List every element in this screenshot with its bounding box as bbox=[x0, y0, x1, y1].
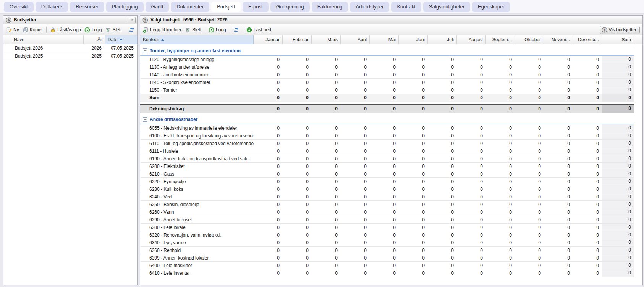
month-value-cell[interactable]: 0 bbox=[341, 64, 370, 70]
month-value-cell[interactable]: 0 bbox=[486, 164, 515, 169]
month-value-cell[interactable]: 0 bbox=[428, 133, 457, 139]
month-value-cell[interactable]: 0 bbox=[428, 141, 457, 146]
month-value-cell[interactable]: 0 bbox=[341, 164, 370, 169]
month-value-cell[interactable]: 0 bbox=[544, 187, 573, 192]
month-value-cell[interactable]: 0 bbox=[341, 95, 370, 100]
account-row[interactable]: 1145 - Skogbrukseiendommer0000000000000 bbox=[140, 79, 642, 86]
month-value-cell[interactable]: 0 bbox=[486, 141, 515, 146]
month-value-cell[interactable]: 0 bbox=[544, 210, 573, 215]
month-value-cell[interactable]: 0 bbox=[544, 232, 573, 238]
month-value-cell[interactable]: 0 bbox=[283, 64, 312, 70]
month-value-cell[interactable]: 0 bbox=[341, 156, 370, 161]
month-value-cell[interactable]: 0 bbox=[457, 248, 486, 253]
month-value-cell[interactable]: 0 bbox=[370, 72, 399, 77]
tab-godkjenning[interactable]: Godkjenning bbox=[270, 2, 310, 12]
column-header-februar[interactable]: Februar bbox=[283, 35, 312, 44]
month-value-cell[interactable]: 0 bbox=[515, 202, 544, 207]
month-value-cell[interactable]: 0 bbox=[573, 57, 602, 62]
month-value-cell[interactable]: 0 bbox=[457, 232, 486, 238]
month-value-cell[interactable]: 0 bbox=[544, 263, 573, 268]
month-value-cell[interactable]: 0 bbox=[399, 217, 428, 223]
month-value-cell[interactable]: 0 bbox=[486, 95, 515, 100]
month-value-cell[interactable]: 0 bbox=[283, 217, 312, 223]
month-value-cell[interactable]: 0 bbox=[486, 106, 515, 111]
month-value-cell[interactable]: 0 bbox=[312, 210, 341, 215]
column-header-januar[interactable]: Januar bbox=[254, 35, 283, 44]
month-value-cell[interactable]: 0 bbox=[312, 232, 341, 238]
month-value-cell[interactable]: 0 bbox=[399, 179, 428, 184]
tab-ressurser[interactable]: Ressurser bbox=[70, 2, 104, 12]
month-value-cell[interactable]: 0 bbox=[370, 80, 399, 85]
month-value-cell[interactable]: 0 bbox=[544, 126, 573, 131]
month-value-cell[interactable]: 0 bbox=[341, 187, 370, 192]
month-value-cell[interactable]: 0 bbox=[428, 271, 457, 276]
month-value-cell[interactable]: 0 bbox=[457, 164, 486, 169]
month-value-cell[interactable]: 0 bbox=[457, 171, 486, 177]
tab-kontrakt[interactable]: Kontrakt bbox=[391, 2, 421, 12]
download-button[interactable]: Last ned bbox=[246, 27, 271, 33]
month-value-cell[interactable]: 0 bbox=[254, 232, 283, 238]
month-value-cell[interactable]: 0 bbox=[544, 133, 573, 139]
month-value-cell[interactable]: 0 bbox=[312, 95, 341, 100]
month-value-cell[interactable]: 0 bbox=[544, 202, 573, 207]
month-value-cell[interactable]: 0 bbox=[486, 87, 515, 93]
month-value-cell[interactable]: 0 bbox=[573, 225, 602, 230]
month-value-cell[interactable]: 0 bbox=[457, 263, 486, 268]
month-value-cell[interactable]: 0 bbox=[312, 202, 341, 207]
month-value-cell[interactable]: 0 bbox=[515, 194, 544, 200]
month-value-cell[interactable]: 0 bbox=[399, 232, 428, 238]
tab-oversikt[interactable]: Oversikt bbox=[4, 2, 34, 12]
log-button[interactable]: Logg bbox=[209, 27, 226, 33]
month-value-cell[interactable]: 0 bbox=[254, 263, 283, 268]
month-value-cell[interactable]: 0 bbox=[312, 187, 341, 192]
column-header-desemb[interactable]: Desemb... bbox=[573, 35, 602, 44]
month-value-cell[interactable]: 0 bbox=[457, 57, 486, 62]
month-value-cell[interactable]: 0 bbox=[341, 194, 370, 200]
month-value-cell[interactable]: 0 bbox=[370, 194, 399, 200]
account-row[interactable]: 6220 - Fyringsolje0000000000000 bbox=[140, 178, 642, 185]
month-value-cell[interactable]: 0 bbox=[254, 141, 283, 146]
month-value-cell[interactable]: 0 bbox=[283, 72, 312, 77]
tab-budsjett[interactable]: Budsjett bbox=[211, 2, 241, 12]
account-row[interactable]: 6200 - Elektrisitet0000000000000 bbox=[140, 163, 642, 170]
month-value-cell[interactable]: 0 bbox=[399, 240, 428, 245]
month-value-cell[interactable]: 0 bbox=[486, 80, 515, 85]
month-value-cell[interactable]: 0 bbox=[573, 232, 602, 238]
month-value-cell[interactable]: 0 bbox=[341, 87, 370, 93]
month-value-cell[interactable]: 0 bbox=[283, 187, 312, 192]
month-value-cell[interactable]: 0 bbox=[399, 87, 428, 93]
month-value-cell[interactable]: 0 bbox=[428, 171, 457, 177]
month-value-cell[interactable]: 0 bbox=[544, 57, 573, 62]
month-value-cell[interactable]: 0 bbox=[457, 148, 486, 154]
month-value-cell[interactable]: 0 bbox=[573, 106, 602, 111]
month-value-cell[interactable]: 0 bbox=[457, 217, 486, 223]
collapse-group-icon[interactable] bbox=[143, 117, 147, 122]
month-value-cell[interactable]: 0 bbox=[254, 210, 283, 215]
month-value-cell[interactable]: 0 bbox=[399, 156, 428, 161]
month-value-cell[interactable]: 0 bbox=[486, 126, 515, 131]
month-value-cell[interactable]: 0 bbox=[428, 217, 457, 223]
month-value-cell[interactable]: 0 bbox=[399, 57, 428, 62]
month-value-cell[interactable]: 0 bbox=[515, 133, 544, 139]
month-value-cell[interactable]: 0 bbox=[428, 202, 457, 207]
month-value-cell[interactable]: 0 bbox=[457, 126, 486, 131]
month-value-cell[interactable]: 0 bbox=[486, 225, 515, 230]
month-value-cell[interactable]: 0 bbox=[544, 156, 573, 161]
month-value-cell[interactable]: 0 bbox=[370, 225, 399, 230]
month-value-cell[interactable]: 0 bbox=[544, 164, 573, 169]
month-value-cell[interactable]: 0 bbox=[457, 210, 486, 215]
month-value-cell[interactable]: 0 bbox=[515, 156, 544, 161]
month-value-cell[interactable]: 0 bbox=[544, 225, 573, 230]
month-value-cell[interactable]: 0 bbox=[515, 57, 544, 62]
month-value-cell[interactable]: 0 bbox=[399, 148, 428, 154]
month-value-cell[interactable]: 0 bbox=[486, 232, 515, 238]
dekningsbidrag-row[interactable]: Dekningsbidrag0000000000000 bbox=[140, 104, 642, 113]
month-value-cell[interactable]: 0 bbox=[457, 271, 486, 276]
account-row[interactable]: 6210 - Gass0000000000000 bbox=[140, 170, 642, 178]
month-value-cell[interactable]: 0 bbox=[370, 271, 399, 276]
month-value-cell[interactable]: 0 bbox=[457, 187, 486, 192]
month-value-cell[interactable]: 0 bbox=[312, 106, 341, 111]
month-value-cell[interactable]: 0 bbox=[428, 210, 457, 215]
month-value-cell[interactable]: 0 bbox=[312, 248, 341, 253]
month-value-cell[interactable]: 0 bbox=[399, 210, 428, 215]
